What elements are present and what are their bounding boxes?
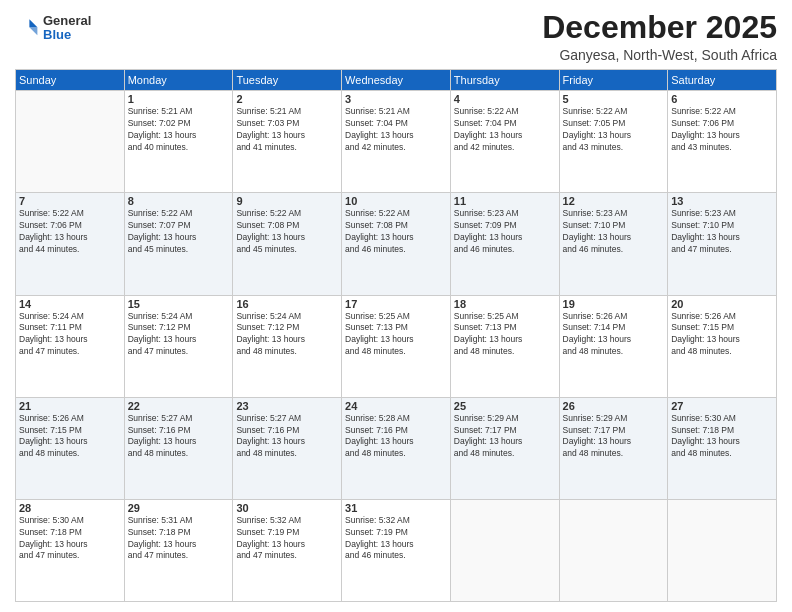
svg-marker-0 (29, 19, 37, 27)
day-number: 1 (128, 93, 230, 105)
header-sunday: Sunday (16, 70, 125, 91)
calendar-week-row: 14Sunrise: 5:24 AMSunset: 7:11 PMDayligh… (16, 295, 777, 397)
header-saturday: Saturday (668, 70, 777, 91)
table-row: 17Sunrise: 5:25 AMSunset: 7:13 PMDayligh… (342, 295, 451, 397)
header-tuesday: Tuesday (233, 70, 342, 91)
calendar-header-row: Sunday Monday Tuesday Wednesday Thursday… (16, 70, 777, 91)
day-info: Sunrise: 5:22 AMSunset: 7:06 PMDaylight:… (671, 106, 773, 154)
day-info: Sunrise: 5:23 AMSunset: 7:09 PMDaylight:… (454, 208, 556, 256)
title-location: Ganyesa, North-West, South Africa (542, 47, 777, 63)
table-row: 4Sunrise: 5:22 AMSunset: 7:04 PMDaylight… (450, 91, 559, 193)
calendar-week-row: 7Sunrise: 5:22 AMSunset: 7:06 PMDaylight… (16, 193, 777, 295)
day-info: Sunrise: 5:30 AMSunset: 7:18 PMDaylight:… (19, 515, 121, 563)
day-info: Sunrise: 5:29 AMSunset: 7:17 PMDaylight:… (454, 413, 556, 461)
table-row: 1Sunrise: 5:21 AMSunset: 7:02 PMDaylight… (124, 91, 233, 193)
day-number: 20 (671, 298, 773, 310)
day-info: Sunrise: 5:27 AMSunset: 7:16 PMDaylight:… (128, 413, 230, 461)
day-number: 27 (671, 400, 773, 412)
table-row (16, 91, 125, 193)
day-info: Sunrise: 5:22 AMSunset: 7:08 PMDaylight:… (236, 208, 338, 256)
day-number: 19 (563, 298, 665, 310)
day-number: 22 (128, 400, 230, 412)
table-row: 18Sunrise: 5:25 AMSunset: 7:13 PMDayligh… (450, 295, 559, 397)
day-number: 30 (236, 502, 338, 514)
table-row: 5Sunrise: 5:22 AMSunset: 7:05 PMDaylight… (559, 91, 668, 193)
calendar-week-row: 1Sunrise: 5:21 AMSunset: 7:02 PMDaylight… (16, 91, 777, 193)
day-info: Sunrise: 5:21 AMSunset: 7:03 PMDaylight:… (236, 106, 338, 154)
day-number: 24 (345, 400, 447, 412)
day-number: 10 (345, 195, 447, 207)
day-info: Sunrise: 5:26 AMSunset: 7:15 PMDaylight:… (671, 311, 773, 359)
logo: General Blue (15, 14, 91, 43)
day-number: 12 (563, 195, 665, 207)
day-info: Sunrise: 5:26 AMSunset: 7:15 PMDaylight:… (19, 413, 121, 461)
table-row: 11Sunrise: 5:23 AMSunset: 7:09 PMDayligh… (450, 193, 559, 295)
header: General Blue December 2025 Ganyesa, Nort… (15, 10, 777, 63)
day-info: Sunrise: 5:22 AMSunset: 7:06 PMDaylight:… (19, 208, 121, 256)
table-row: 20Sunrise: 5:26 AMSunset: 7:15 PMDayligh… (668, 295, 777, 397)
table-row: 31Sunrise: 5:32 AMSunset: 7:19 PMDayligh… (342, 499, 451, 601)
day-info: Sunrise: 5:22 AMSunset: 7:04 PMDaylight:… (454, 106, 556, 154)
day-info: Sunrise: 5:32 AMSunset: 7:19 PMDaylight:… (345, 515, 447, 563)
day-number: 28 (19, 502, 121, 514)
svg-marker-1 (29, 27, 37, 35)
day-info: Sunrise: 5:29 AMSunset: 7:17 PMDaylight:… (563, 413, 665, 461)
day-info: Sunrise: 5:32 AMSunset: 7:19 PMDaylight:… (236, 515, 338, 563)
day-info: Sunrise: 5:24 AMSunset: 7:11 PMDaylight:… (19, 311, 121, 359)
table-row: 21Sunrise: 5:26 AMSunset: 7:15 PMDayligh… (16, 397, 125, 499)
page: General Blue December 2025 Ganyesa, Nort… (0, 0, 792, 612)
day-number: 29 (128, 502, 230, 514)
title-month: December 2025 (542, 10, 777, 45)
title-block: December 2025 Ganyesa, North-West, South… (542, 10, 777, 63)
table-row: 16Sunrise: 5:24 AMSunset: 7:12 PMDayligh… (233, 295, 342, 397)
day-info: Sunrise: 5:22 AMSunset: 7:07 PMDaylight:… (128, 208, 230, 256)
table-row: 14Sunrise: 5:24 AMSunset: 7:11 PMDayligh… (16, 295, 125, 397)
day-number: 26 (563, 400, 665, 412)
day-number: 4 (454, 93, 556, 105)
day-info: Sunrise: 5:23 AMSunset: 7:10 PMDaylight:… (563, 208, 665, 256)
calendar-week-row: 28Sunrise: 5:30 AMSunset: 7:18 PMDayligh… (16, 499, 777, 601)
day-number: 5 (563, 93, 665, 105)
day-number: 16 (236, 298, 338, 310)
day-number: 17 (345, 298, 447, 310)
day-info: Sunrise: 5:21 AMSunset: 7:04 PMDaylight:… (345, 106, 447, 154)
table-row: 10Sunrise: 5:22 AMSunset: 7:08 PMDayligh… (342, 193, 451, 295)
day-number: 25 (454, 400, 556, 412)
day-info: Sunrise: 5:24 AMSunset: 7:12 PMDaylight:… (128, 311, 230, 359)
header-friday: Friday (559, 70, 668, 91)
day-info: Sunrise: 5:28 AMSunset: 7:16 PMDaylight:… (345, 413, 447, 461)
header-wednesday: Wednesday (342, 70, 451, 91)
table-row: 26Sunrise: 5:29 AMSunset: 7:17 PMDayligh… (559, 397, 668, 499)
day-info: Sunrise: 5:27 AMSunset: 7:16 PMDaylight:… (236, 413, 338, 461)
day-number: 3 (345, 93, 447, 105)
table-row: 28Sunrise: 5:30 AMSunset: 7:18 PMDayligh… (16, 499, 125, 601)
day-number: 9 (236, 195, 338, 207)
day-number: 18 (454, 298, 556, 310)
calendar-table: Sunday Monday Tuesday Wednesday Thursday… (15, 69, 777, 602)
table-row (559, 499, 668, 601)
day-number: 11 (454, 195, 556, 207)
table-row: 7Sunrise: 5:22 AMSunset: 7:06 PMDaylight… (16, 193, 125, 295)
day-info: Sunrise: 5:24 AMSunset: 7:12 PMDaylight:… (236, 311, 338, 359)
table-row: 22Sunrise: 5:27 AMSunset: 7:16 PMDayligh… (124, 397, 233, 499)
logo-icon (15, 16, 39, 40)
day-info: Sunrise: 5:25 AMSunset: 7:13 PMDaylight:… (454, 311, 556, 359)
day-number: 13 (671, 195, 773, 207)
table-row: 30Sunrise: 5:32 AMSunset: 7:19 PMDayligh… (233, 499, 342, 601)
logo-general: General (43, 14, 91, 28)
day-info: Sunrise: 5:22 AMSunset: 7:05 PMDaylight:… (563, 106, 665, 154)
header-monday: Monday (124, 70, 233, 91)
day-number: 31 (345, 502, 447, 514)
day-info: Sunrise: 5:23 AMSunset: 7:10 PMDaylight:… (671, 208, 773, 256)
table-row: 8Sunrise: 5:22 AMSunset: 7:07 PMDaylight… (124, 193, 233, 295)
day-number: 6 (671, 93, 773, 105)
table-row: 25Sunrise: 5:29 AMSunset: 7:17 PMDayligh… (450, 397, 559, 499)
day-info: Sunrise: 5:22 AMSunset: 7:08 PMDaylight:… (345, 208, 447, 256)
table-row: 23Sunrise: 5:27 AMSunset: 7:16 PMDayligh… (233, 397, 342, 499)
table-row: 19Sunrise: 5:26 AMSunset: 7:14 PMDayligh… (559, 295, 668, 397)
day-number: 15 (128, 298, 230, 310)
table-row: 13Sunrise: 5:23 AMSunset: 7:10 PMDayligh… (668, 193, 777, 295)
day-number: 2 (236, 93, 338, 105)
day-number: 23 (236, 400, 338, 412)
logo-blue: Blue (43, 28, 91, 42)
